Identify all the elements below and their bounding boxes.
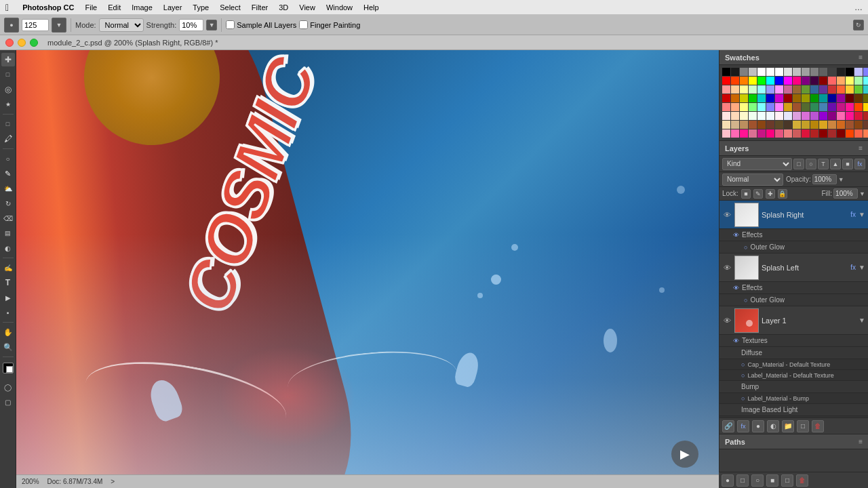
clone-stamp-tool[interactable]: ⛅ (1, 182, 15, 195)
shape-tool[interactable]: ▪ (1, 306, 15, 319)
paths-newpath-btn[interactable]: □ (781, 474, 793, 487)
visibility-layer1[interactable]: 👁 (722, 316, 732, 325)
swatch-7-1[interactable] (731, 129, 739, 138)
quick-select-tool[interactable]: ★ (1, 98, 15, 111)
swatch-3-0[interactable] (722, 94, 730, 102)
swatches-menu-btn[interactable]: ≡ (859, 54, 863, 61)
swatch-7-9[interactable] (802, 129, 810, 138)
swatch-3-10[interactable] (810, 94, 818, 102)
brush-size-input[interactable] (22, 19, 49, 31)
menu-layer[interactable]: Layer (163, 3, 182, 12)
swatch-2-12[interactable] (828, 85, 836, 94)
quick-mask-mode[interactable]: ◯ (1, 380, 15, 394)
swatch-1-13[interactable] (837, 77, 845, 85)
swatch-7-5[interactable] (766, 129, 774, 138)
paths-stroke-btn[interactable]: □ (736, 474, 749, 487)
menu-window[interactable]: Window (326, 3, 353, 12)
swatch-2-10[interactable] (810, 85, 818, 94)
swatch-1-16[interactable] (863, 77, 868, 85)
swatch-4-6[interactable] (775, 103, 783, 111)
layer-item-layer1[interactable]: 👁 Layer 1 ▼ (719, 306, 868, 335)
mode-select[interactable]: Normal (99, 18, 144, 32)
swatch-5-11[interactable] (819, 112, 827, 120)
sub-label-bump[interactable]: ○ Label_Material - Bump (719, 393, 868, 404)
swatch-4-8[interactable] (793, 103, 801, 111)
swatch-0-15[interactable] (854, 68, 863, 76)
swatch-0-8[interactable] (793, 68, 801, 76)
swatch-5-12[interactable] (828, 112, 836, 120)
swatch-7-0[interactable] (722, 129, 730, 138)
swatch-1-15[interactable] (854, 77, 863, 85)
strength-slider-icon[interactable]: ▼ (206, 20, 217, 30)
swatch-2-2[interactable] (740, 85, 748, 94)
lock-pixels-btn[interactable]: ✎ (753, 189, 763, 199)
swatch-7-6[interactable] (775, 129, 783, 138)
crop-tool[interactable]: □ (1, 117, 15, 131)
paths-del-btn[interactable]: 🗑 (796, 474, 808, 487)
swatch-6-5[interactable] (766, 121, 774, 129)
finger-painting-checkbox-label[interactable]: Finger Painting (299, 20, 360, 29)
swatch-3-3[interactable] (749, 94, 757, 102)
sub-effects-splash-left[interactable]: 👁 Effects (719, 282, 868, 294)
brush-tool-icon[interactable]: ● (4, 18, 19, 33)
cycle-icon[interactable]: ↻ (853, 20, 864, 30)
swatch-2-4[interactable] (757, 85, 766, 94)
swatch-4-12[interactable] (828, 103, 836, 111)
swatch-0-16[interactable] (863, 68, 868, 76)
history-brush-tool[interactable]: ↻ (1, 197, 15, 210)
swatch-5-0[interactable] (722, 112, 730, 120)
swatch-1-10[interactable] (810, 77, 818, 85)
swatch-0-9[interactable] (802, 68, 810, 76)
swatch-1-1[interactable] (731, 77, 739, 85)
sub-outer-glow-splash-left[interactable]: ○ Outer Glow (719, 294, 868, 306)
swatch-4-2[interactable] (740, 103, 748, 111)
swatch-0-11[interactable] (819, 68, 827, 76)
swatch-0-10[interactable] (810, 68, 818, 76)
smartobj-filter-btn[interactable]: ■ (842, 159, 853, 169)
swatch-2-6[interactable] (775, 85, 783, 94)
close-button[interactable] (5, 39, 14, 47)
finger-painting-checkbox[interactable] (299, 20, 308, 29)
swatch-6-12[interactable] (828, 121, 836, 129)
swatch-6-1[interactable] (731, 121, 739, 129)
swatch-3-2[interactable] (740, 94, 748, 102)
swatch-1-8[interactable] (793, 77, 801, 85)
swatch-7-3[interactable] (749, 129, 757, 138)
swatch-5-3[interactable] (749, 112, 757, 120)
swatch-0-7[interactable] (784, 68, 792, 76)
link-layers-btn[interactable]: 🔗 (722, 420, 734, 432)
menu-filter[interactable]: Filter (252, 3, 268, 12)
swatch-2-1[interactable] (731, 85, 739, 94)
sub-bump[interactable]: Bump (719, 381, 868, 393)
fx-badge-splash-right[interactable]: fx (850, 211, 856, 218)
swatch-2-14[interactable] (846, 85, 854, 94)
swatch-3-5[interactable] (766, 94, 774, 102)
swatch-3-8[interactable] (793, 94, 801, 102)
dodge-tool[interactable]: ◐ (1, 241, 15, 255)
type-filter-btn[interactable]: T (818, 159, 829, 169)
layers-kind-select[interactable]: Kind (722, 158, 792, 170)
shape-filter-btn[interactable]: ▲ (830, 159, 841, 169)
swatch-2-9[interactable] (802, 85, 810, 94)
fill-input[interactable] (833, 188, 858, 199)
expand-splash-right[interactable]: ▼ (859, 211, 865, 218)
swatch-2-13[interactable] (837, 85, 845, 94)
swatch-5-4[interactable] (757, 112, 766, 120)
swatch-6-0[interactable] (722, 121, 730, 129)
menu-type[interactable]: Type (193, 3, 209, 12)
swatch-1-12[interactable] (828, 77, 836, 85)
swatch-2-5[interactable] (766, 85, 774, 94)
lock-transparent-btn[interactable]: ■ (741, 189, 751, 199)
sub-outer-glow-splash-right[interactable]: ○ Outer Glow (719, 241, 868, 253)
apple-menu[interactable]:  (5, 2, 9, 13)
layers-mode-select[interactable]: Normal (722, 174, 783, 186)
swatch-1-11[interactable] (819, 77, 827, 85)
eyedropper-tool[interactable]: 🖍 (1, 132, 15, 146)
swatch-3-14[interactable] (846, 94, 854, 102)
expand-layer1[interactable]: ▼ (859, 317, 865, 324)
add-adjustment-btn[interactable]: ◐ (767, 420, 779, 432)
swatch-5-7[interactable] (784, 112, 792, 120)
swatch-6-14[interactable] (846, 121, 854, 129)
swatch-0-5[interactable] (766, 68, 774, 76)
swatch-0-2[interactable] (740, 68, 748, 76)
